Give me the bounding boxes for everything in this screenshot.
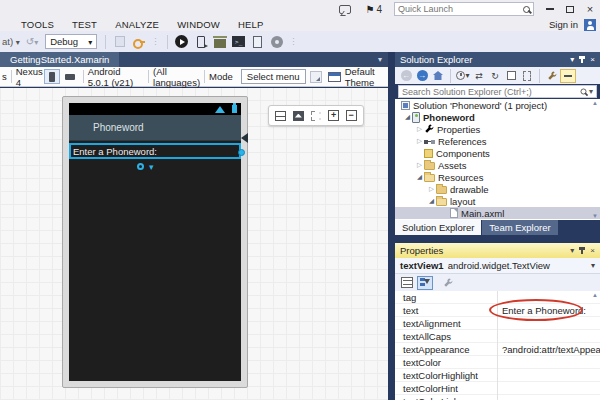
split-view-button[interactable] bbox=[274, 109, 287, 122]
scroll-up-icon[interactable]: ▲ bbox=[592, 100, 598, 106]
tab-team-explorer[interactable]: Team Explorer bbox=[482, 220, 557, 235]
theme-selector[interactable]: Default Theme bbox=[345, 66, 388, 88]
tree-item-resources[interactable]: Resources bbox=[395, 171, 600, 183]
scroll-up-icon[interactable]: ▲ bbox=[592, 292, 598, 298]
chevron-down-icon[interactable] bbox=[589, 87, 593, 96]
menu-tools[interactable]: TOOLS bbox=[0, 19, 63, 30]
expander-collapsed-icon[interactable] bbox=[427, 185, 436, 193]
tree-item-phoneword-project[interactable]: Phoneword bbox=[395, 111, 600, 123]
action-bar-settings-icon[interactable] bbox=[310, 71, 322, 83]
separator bbox=[539, 69, 540, 83]
window-position-icon[interactable] bbox=[570, 55, 574, 64]
chevron-down-icon[interactable] bbox=[591, 261, 595, 270]
feedback-icon[interactable] bbox=[339, 5, 351, 14]
tree-item-solution[interactable]: Solution 'Phoneword' (1 project) bbox=[395, 99, 600, 111]
collapse-all-icon[interactable] bbox=[504, 69, 518, 83]
solution-config-dropdown[interactable]: at) bbox=[0, 36, 23, 47]
close-button[interactable]: × bbox=[580, 1, 600, 17]
window-position-icon[interactable] bbox=[570, 246, 574, 255]
expander-collapsed-icon[interactable] bbox=[415, 125, 424, 133]
tab-solution-explorer[interactable]: Solution Explorer bbox=[395, 220, 481, 235]
zoom-in-button[interactable]: + bbox=[327, 109, 340, 122]
device-screen[interactable]: Phoneword Enter a Phoneword: ▾ bbox=[69, 103, 241, 381]
sdk-manager-icon[interactable]: >_ bbox=[231, 34, 246, 49]
tree-item-components[interactable]: Components bbox=[395, 147, 600, 159]
menu-test[interactable]: TEST bbox=[63, 19, 106, 30]
solution-search-box[interactable] bbox=[398, 85, 597, 98]
pin-icon[interactable] bbox=[581, 56, 583, 63]
tree-item-properties[interactable]: Properties bbox=[395, 123, 600, 135]
menu-analyze[interactable]: ANALYZE bbox=[106, 19, 168, 30]
deploy-device-icon[interactable] bbox=[193, 34, 208, 49]
notifications-button[interactable]: ⚑ 4 bbox=[365, 4, 382, 15]
forward-icon[interactable]: → bbox=[415, 69, 429, 83]
pin-icon[interactable] bbox=[581, 247, 583, 254]
menu-help[interactable]: HELP bbox=[229, 19, 273, 30]
tree-item-assets[interactable]: Assets bbox=[395, 159, 600, 171]
select-menu-dropdown[interactable]: Select menu bbox=[241, 69, 306, 84]
tree-item-layout[interactable]: layout bbox=[395, 195, 600, 207]
grid-splitter[interactable] bbox=[497, 291, 498, 400]
tab-list-dropdown-icon[interactable] bbox=[378, 55, 382, 64]
property-pages-wrench-icon[interactable] bbox=[441, 276, 455, 290]
alphabetical-sort-button[interactable] bbox=[417, 276, 433, 290]
properties-wrench-icon[interactable] bbox=[545, 69, 559, 83]
run-button[interactable] bbox=[174, 34, 189, 49]
close-icon[interactable]: × bbox=[590, 246, 595, 255]
minimize-button[interactable] bbox=[540, 1, 560, 17]
solution-search-input[interactable] bbox=[402, 87, 580, 97]
sync-active-document-icon[interactable]: ⇄ bbox=[472, 69, 486, 83]
search-icon bbox=[581, 89, 587, 95]
refresh-icon[interactable]: ↻ bbox=[488, 69, 502, 83]
solution-explorer-title-bar[interactable]: Solution Explorer × bbox=[395, 52, 600, 67]
tree-item-references[interactable]: References bbox=[395, 135, 600, 147]
expander-expanded-icon[interactable] bbox=[427, 197, 436, 205]
sign-in-link[interactable]: Sign in bbox=[549, 19, 578, 30]
designer-canvas[interactable]: Phoneword Enter a Phoneword: ▾ bbox=[0, 88, 388, 400]
properties-title: Properties bbox=[400, 245, 443, 256]
portrait-orientation-button[interactable] bbox=[44, 69, 60, 84]
show-all-files-icon[interactable] bbox=[520, 69, 534, 83]
categorized-view-button[interactable] bbox=[400, 276, 414, 290]
properties-object-selector[interactable]: textView1 android.widget.TextView bbox=[395, 258, 600, 274]
scroll-down-icon[interactable]: ▼ bbox=[592, 213, 598, 219]
pending-changes-filter-icon[interactable] bbox=[456, 69, 470, 83]
fit-selection-button[interactable] bbox=[309, 109, 322, 122]
user-avatar-icon[interactable] bbox=[584, 19, 596, 31]
android-version-selector[interactable]: Android 5.0.1 (v21) bbox=[88, 66, 144, 88]
build-config-dropdown[interactable]: Debug bbox=[45, 34, 97, 49]
expander-collapsed-icon[interactable] bbox=[415, 161, 424, 169]
zoom-out-button[interactable]: − bbox=[345, 109, 358, 122]
tree-item-drawable[interactable]: drawable bbox=[395, 183, 600, 195]
constraint-handle[interactable] bbox=[137, 163, 144, 170]
selected-textview[interactable]: Enter a Phoneword: bbox=[69, 143, 241, 159]
quick-launch-input[interactable] bbox=[398, 4, 523, 14]
menu-window[interactable]: WINDOW bbox=[168, 19, 229, 30]
app-title-label: Phoneword bbox=[93, 122, 144, 133]
quick-launch-box[interactable] bbox=[394, 2, 534, 16]
grid-scrollbar[interactable]: ▲ bbox=[591, 292, 599, 398]
undo-dropdown[interactable]: ↺ bbox=[26, 36, 38, 47]
home-icon[interactable] bbox=[431, 69, 445, 83]
device-monitor-icon[interactable] bbox=[269, 34, 284, 49]
mode-selector[interactable]: Mode bbox=[209, 71, 233, 82]
expander-expanded-icon[interactable] bbox=[415, 173, 424, 181]
fit-to-screen-button[interactable] bbox=[292, 109, 305, 122]
language-selector[interactable]: (All languages) bbox=[153, 66, 200, 88]
expander-expanded-icon[interactable] bbox=[403, 113, 412, 121]
tree-item-main-axml[interactable]: Main.axml bbox=[395, 207, 600, 219]
device-selector[interactable]: Nexus 4 bbox=[16, 66, 43, 88]
preview-selected-items-toggle[interactable] bbox=[560, 69, 576, 83]
archive-icon[interactable] bbox=[212, 34, 227, 49]
expander-collapsed-icon[interactable] bbox=[415, 137, 424, 145]
chevron-down-icon[interactable]: ▾ bbox=[149, 162, 154, 172]
tree-scrollbar[interactable]: ▲ ▼ bbox=[591, 100, 599, 219]
emulator-manager-icon[interactable] bbox=[250, 34, 265, 49]
properties-title-bar[interactable]: Properties × bbox=[395, 243, 600, 258]
key-icon[interactable] bbox=[131, 34, 146, 49]
selection-handle[interactable] bbox=[238, 149, 245, 156]
restore-button[interactable] bbox=[560, 1, 580, 17]
landscape-orientation-button[interactable] bbox=[62, 69, 78, 84]
close-icon[interactable]: × bbox=[590, 55, 595, 64]
back-icon[interactable]: ← bbox=[399, 69, 413, 83]
